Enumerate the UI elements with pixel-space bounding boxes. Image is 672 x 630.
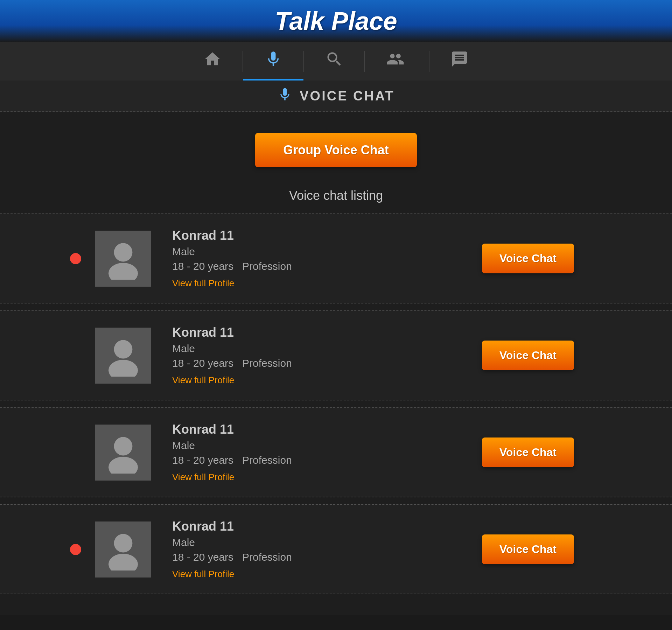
user-details: 18 - 20 years Profession bbox=[172, 357, 468, 369]
user-row: Konrad 11 Male 18 - 20 years Profession … bbox=[0, 407, 672, 497]
user-gender: Male bbox=[172, 246, 468, 258]
user-info: Konrad 11 Male 18 - 20 years Profession … bbox=[172, 228, 468, 289]
user-info: Konrad 11 Male 18 - 20 years Profession … bbox=[172, 422, 468, 483]
avatar bbox=[95, 231, 151, 287]
user-gender: Male bbox=[172, 440, 468, 451]
nav-messages[interactable] bbox=[429, 42, 490, 80]
logo-place: Place bbox=[331, 7, 397, 35]
view-profile-link[interactable]: View full Profile bbox=[172, 569, 234, 579]
app-header: Talk Place bbox=[0, 0, 672, 42]
page-title-mic-icon bbox=[277, 87, 293, 105]
avatar bbox=[95, 328, 151, 384]
page-title-bar: VOICE CHAT bbox=[0, 80, 672, 112]
svg-point-2 bbox=[114, 340, 133, 358]
no-online-indicator bbox=[70, 350, 81, 361]
mic-icon bbox=[264, 50, 282, 72]
nav-voice[interactable] bbox=[243, 42, 303, 80]
user-gender: Male bbox=[172, 343, 468, 355]
user-name: Konrad 11 bbox=[172, 228, 468, 243]
online-indicator bbox=[70, 544, 81, 555]
user-row: Konrad 11 Male 18 - 20 years Profession … bbox=[0, 504, 672, 594]
voice-chat-button[interactable]: Voice Chat bbox=[482, 244, 574, 273]
svg-point-6 bbox=[114, 534, 133, 552]
group-chat-btn-wrapper: Group Voice Chat bbox=[0, 133, 672, 167]
app-logo: Talk Place bbox=[275, 7, 397, 35]
user-name: Konrad 11 bbox=[172, 325, 468, 340]
navbar bbox=[0, 42, 672, 80]
user-row: Konrad 11 Male 18 - 20 years Profession … bbox=[0, 214, 672, 303]
voice-chat-button[interactable]: Voice Chat bbox=[482, 534, 574, 564]
logo-talk: Talk bbox=[275, 7, 331, 35]
user-details: 18 - 20 years Profession bbox=[172, 551, 468, 563]
nav-group[interactable] bbox=[365, 42, 429, 80]
user-list: Konrad 11 Male 18 - 20 years Profession … bbox=[0, 214, 672, 594]
nav-search[interactable] bbox=[304, 42, 364, 80]
svg-point-5 bbox=[108, 457, 138, 474]
group-voice-chat-button[interactable]: Group Voice Chat bbox=[255, 133, 416, 167]
message-icon bbox=[450, 50, 469, 72]
section-title: Voice chat listing bbox=[0, 188, 672, 203]
main-content: Group Voice Chat Voice chat listing Konr… bbox=[0, 112, 672, 615]
svg-point-1 bbox=[108, 263, 138, 280]
view-profile-link[interactable]: View full Profile bbox=[172, 472, 234, 482]
view-profile-link[interactable]: View full Profile bbox=[172, 278, 234, 288]
avatar bbox=[95, 425, 151, 481]
user-info: Konrad 11 Male 18 - 20 years Profession … bbox=[172, 325, 468, 386]
voice-chat-button[interactable]: Voice Chat bbox=[482, 341, 574, 370]
search-icon bbox=[325, 50, 343, 72]
view-profile-link[interactable]: View full Profile bbox=[172, 375, 234, 385]
user-info: Konrad 11 Male 18 - 20 years Profession … bbox=[172, 519, 468, 580]
user-row: Konrad 11 Male 18 - 20 years Profession … bbox=[0, 310, 672, 400]
home-icon bbox=[203, 50, 222, 72]
nav-home[interactable] bbox=[182, 42, 243, 80]
svg-point-4 bbox=[114, 437, 133, 455]
page-title: VOICE CHAT bbox=[300, 89, 395, 104]
online-indicator bbox=[70, 253, 81, 264]
group-icon bbox=[386, 50, 408, 72]
svg-point-3 bbox=[108, 360, 138, 377]
voice-chat-button[interactable]: Voice Chat bbox=[482, 438, 574, 467]
svg-point-7 bbox=[108, 554, 138, 570]
svg-point-0 bbox=[114, 243, 133, 261]
user-details: 18 - 20 years Profession bbox=[172, 260, 468, 272]
user-gender: Male bbox=[172, 537, 468, 548]
avatar bbox=[95, 522, 151, 578]
no-online-indicator bbox=[70, 447, 81, 458]
user-details: 18 - 20 years Profession bbox=[172, 454, 468, 466]
user-name: Konrad 11 bbox=[172, 422, 468, 437]
user-name: Konrad 11 bbox=[172, 519, 468, 534]
